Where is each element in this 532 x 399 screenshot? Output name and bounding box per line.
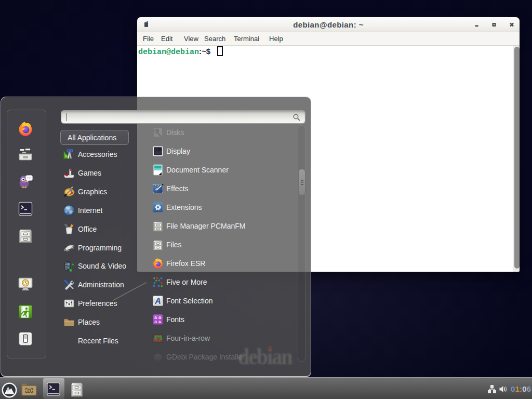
svg-text:D: D	[27, 388, 31, 394]
svg-text:A: A	[154, 297, 161, 305]
svg-text:a: a	[154, 319, 157, 324]
